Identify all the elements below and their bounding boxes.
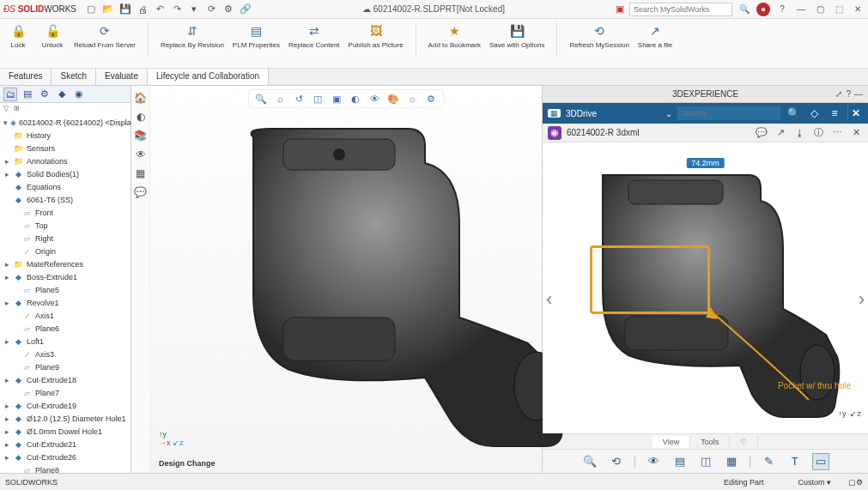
hide-show-icon[interactable]: 👁 — [367, 92, 381, 106]
help-icon[interactable]: ? — [775, 3, 789, 16]
ribbon-refresh-session[interactable]: ⟲Refresh MySession — [569, 22, 628, 49]
config-tab-icon[interactable]: ⚙ — [38, 88, 52, 101]
redo-icon[interactable]: ↷ — [171, 3, 183, 15]
tree-item[interactable]: ▸◆Solid Bodies(1) — [0, 167, 131, 180]
taskpane-view-icon[interactable]: 👁 — [134, 148, 148, 161]
eye-icon[interactable]: 👁 — [646, 453, 663, 470]
ribbon-add-bookmark[interactable]: ★Add to Bookmark — [428, 22, 481, 49]
maximize-icon[interactable]: ⬚ — [832, 3, 846, 16]
panel-pin-icon[interactable]: ⤢ — [835, 89, 842, 99]
options-icon[interactable]: ⚙ — [222, 3, 234, 15]
ribbon-save-options[interactable]: 💾Save with Options — [489, 22, 544, 49]
minimize-icon[interactable]: — — [794, 3, 808, 16]
tree-item[interactable]: ▱Plane5 — [0, 283, 131, 296]
tree-twisty[interactable]: ▸ — [3, 299, 10, 307]
link-icon[interactable]: 🔗 — [240, 3, 252, 15]
tab-tools[interactable]: Tools — [690, 436, 730, 448]
tree-item[interactable]: 📁History — [0, 129, 131, 142]
tree-twisty[interactable]: ▸ — [3, 376, 10, 384]
tree-twisty[interactable]: ▸ — [3, 427, 10, 436]
tree-item[interactable]: ▸◆Loft1 — [0, 335, 131, 348]
comment-icon[interactable]: 💬 — [755, 126, 768, 140]
taskpane-custom-icon[interactable]: ▦ — [134, 166, 148, 180]
new-icon[interactable]: ▢ — [85, 3, 97, 15]
tree-item[interactable]: ▸◆Ø12.0 (12.5) Diameter Hole1 — [0, 412, 131, 425]
ribbon-replace-revision[interactable]: ⇵Replace By Revision — [161, 22, 224, 49]
fit-icon[interactable]: 🔍 — [581, 453, 598, 470]
taskpane-home-icon[interactable]: 🏠 — [134, 91, 148, 105]
graphics-area[interactable]: 🏠 ◐ 📚 👁 ▦ 💬 🔍 ⌕ ↺ ◫ ▣ ◐ 👁 🎨 ☼ ⚙ — [131, 86, 542, 473]
tree-item[interactable]: ⟋Origin — [0, 245, 131, 257]
user-avatar[interactable]: ● — [756, 3, 770, 16]
status-gear-icon[interactable]: ⚙ — [856, 478, 863, 487]
drive-close-icon[interactable]: ✕ — [847, 106, 863, 121]
feature-tree-tab-icon[interactable]: 🗂 — [3, 88, 17, 101]
tree-item[interactable]: ⟋Axis1 — [0, 309, 131, 322]
search-input[interactable] — [629, 3, 732, 16]
tree-item[interactable]: ▱Plane7 — [0, 386, 131, 399]
ribbon-unlock[interactable]: 🔓Unlock — [39, 22, 65, 49]
tree-item[interactable]: ▸◆Cut-Extrude26 — [0, 451, 131, 463]
status-unit-icon[interactable]: ▢ — [848, 478, 856, 487]
tab-evaluate[interactable]: Evaluate — [96, 69, 148, 85]
tree-twisty[interactable]: ▸ — [3, 170, 10, 178]
more-icon[interactable]: ⋯ — [830, 126, 844, 140]
select-icon[interactable]: ▾ — [188, 3, 200, 15]
tree-item[interactable]: ▱Front — [0, 206, 131, 219]
tree-item[interactable]: ▱Plane8 — [0, 463, 131, 473]
close-icon[interactable]: ✕ — [851, 3, 865, 16]
tree-item[interactable]: ▱Right — [0, 232, 131, 245]
ribbon-replace-content[interactable]: ⇄Replace Content — [288, 22, 340, 49]
tab-features[interactable]: Features — [0, 69, 52, 85]
tree-item[interactable]: ◆Equations — [0, 180, 131, 193]
zoom-area-icon[interactable]: ⌕ — [273, 92, 287, 106]
drive-search-icon[interactable]: 🔍 — [786, 106, 801, 121]
view-settings-icon[interactable]: ⚙ — [424, 92, 438, 106]
panel-min-icon[interactable]: — — [854, 89, 863, 99]
tab-sketch[interactable]: Sketch — [52, 69, 96, 85]
drive-menu-icon[interactable]: ≡ — [827, 106, 842, 121]
tree-item[interactable]: ▸📁MateReferences — [0, 257, 131, 270]
tree-item[interactable]: ▱Plane6 — [0, 322, 131, 335]
tree-twisty[interactable]: ▸ — [3, 440, 10, 449]
ribbon-share-file[interactable]: ↗Share a file — [638, 22, 672, 49]
taskpane-library-icon[interactable]: 📚 — [134, 129, 148, 142]
prev-view-icon[interactable]: ↺ — [292, 92, 306, 106]
tree-twisty[interactable]: ▸ — [3, 337, 10, 346]
status-custom[interactable]: Custom ▾ — [798, 478, 831, 487]
info-icon[interactable]: ⓘ — [811, 126, 825, 140]
rotate-icon[interactable]: ⟲ — [607, 453, 624, 470]
chevron-down-icon[interactable]: ⌄ — [665, 109, 672, 118]
next-arrow-icon[interactable]: › — [859, 288, 865, 311]
rebuild-icon[interactable]: ⟳ — [205, 3, 217, 15]
section-icon[interactable]: ◫ — [311, 92, 325, 106]
print-icon[interactable]: 🖨 — [137, 3, 149, 15]
tree-twisty[interactable]: ▸ — [3, 157, 10, 166]
cube-icon[interactable]: ◫ — [697, 453, 714, 470]
tree-item[interactable]: ▸◆Cut-Extrude21 — [0, 438, 131, 451]
tree-item[interactable]: ▸◆Boss-Extrude1 — [0, 270, 131, 283]
tree-item[interactable]: ▸◆Cut-Extrude19 — [0, 399, 131, 412]
note-icon[interactable]: ▭ — [812, 453, 829, 470]
save-icon[interactable]: 💾 — [119, 3, 131, 15]
file-close-icon[interactable]: ✕ — [849, 126, 863, 140]
tree-twisty[interactable]: ▸ — [3, 453, 10, 462]
tree-item[interactable]: ⟋Axis3 — [0, 348, 131, 360]
search-icon[interactable]: 🔍 — [737, 3, 751, 16]
tree-twisty[interactable]: ▸ — [3, 414, 10, 423]
feature-tree[interactable]: ▾◈60214002-R (60214002) <Display St.. 📁H… — [0, 114, 131, 473]
drive-search-input[interactable] — [677, 106, 780, 120]
layers-icon[interactable]: ▤ — [671, 453, 689, 470]
ribbon-plm-props[interactable]: ▤PLM Properties — [233, 22, 280, 49]
ribbon-lock[interactable]: 🔒Lock — [5, 22, 31, 49]
tab-lifecycle[interactable]: Lifecycle and Collaboration — [148, 69, 269, 85]
taskpane-forum-icon[interactable]: 💬 — [134, 185, 148, 199]
display-style-icon[interactable]: ◐ — [349, 92, 362, 106]
ribbon-publish-picture[interactable]: 🖼Publish as Picture — [349, 22, 404, 49]
drive-app-icon[interactable]: ▦ — [548, 109, 561, 118]
tab-view[interactable]: View — [653, 436, 690, 448]
tree-root[interactable]: ▾◈60214002-R (60214002) <Display St.. — [0, 116, 131, 129]
apply-scene-icon[interactable]: ☼ — [405, 92, 419, 106]
dim-tab-icon[interactable]: ◆ — [55, 88, 69, 101]
ribbon-reload[interactable]: ⟳Reload From Server — [74, 22, 136, 49]
